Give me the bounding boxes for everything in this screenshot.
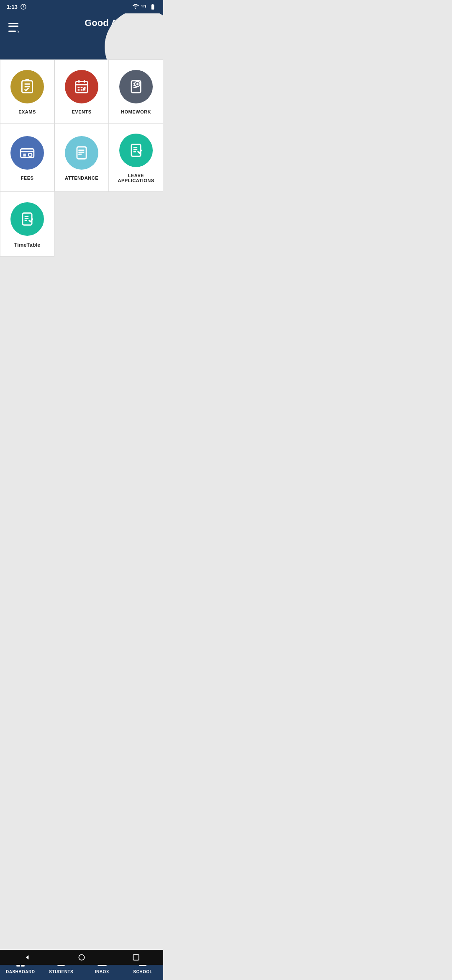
homework-icon	[128, 79, 144, 95]
greeting-name: xyz	[85, 28, 155, 39]
grid-item-events[interactable]: EVENTS	[54, 59, 109, 123]
exams-icon-circle	[10, 70, 44, 103]
attendance-icon-circle	[65, 136, 98, 170]
grid-item-attendance[interactable]: ATTENDANCE	[54, 123, 109, 192]
svg-point-28	[78, 150, 80, 151]
menu-button[interactable]: ›	[8, 23, 19, 34]
svg-rect-7	[78, 87, 80, 88]
grid-item-homework[interactable]: HOMEWORK	[109, 59, 163, 123]
leave-label: LEAVEAPPLICATIONS	[118, 173, 154, 183]
grid-item-timetable[interactable]: TimeTable	[0, 192, 54, 257]
grid-item-fees[interactable]: FEES	[0, 123, 54, 192]
svg-rect-23	[28, 154, 32, 156]
empty-cell-2	[109, 192, 163, 257]
leave-icon	[128, 142, 144, 158]
leave-icon-circle	[119, 134, 153, 167]
svg-rect-11	[81, 89, 83, 90]
homework-label: HOMEWORK	[121, 109, 151, 114]
fees-icon	[19, 145, 35, 161]
grid-item-exams[interactable]: EXAMS	[0, 59, 54, 123]
status-time: 1:13	[7, 3, 27, 10]
status-bar: 1:13	[0, 0, 163, 13]
signal-icon	[141, 3, 147, 10]
svg-rect-10	[78, 89, 80, 90]
events-label: EVENTS	[72, 109, 91, 114]
fees-label: FEES	[21, 175, 34, 181]
timetable-icon-circle	[10, 202, 44, 236]
svg-rect-31	[131, 144, 141, 157]
homework-icon-circle	[119, 70, 153, 103]
exams-label: EXAMS	[18, 109, 36, 114]
status-icons	[132, 3, 157, 10]
events-icon	[74, 79, 90, 95]
svg-point-29	[78, 152, 80, 153]
main-grid: EXAMS EVENTS	[0, 59, 163, 257]
svg-rect-9	[84, 87, 86, 88]
attendance-icon	[74, 145, 90, 161]
events-icon-circle	[65, 70, 98, 103]
svg-rect-35	[23, 213, 32, 225]
timetable-icon	[19, 211, 35, 227]
wifi-icon	[132, 3, 139, 10]
fees-icon-circle	[10, 136, 44, 170]
timetable-label: TimeTable	[14, 242, 40, 248]
attendance-label: ATTENDANCE	[65, 175, 98, 181]
svg-point-30	[78, 154, 80, 155]
svg-rect-8	[81, 87, 83, 88]
exams-icon	[19, 79, 35, 95]
svg-rect-24	[77, 147, 86, 159]
grid-item-leave[interactable]: LEAVEAPPLICATIONS	[109, 123, 163, 192]
battery-icon	[149, 3, 157, 10]
empty-cell-1	[54, 192, 109, 257]
nfc-icon	[20, 3, 27, 10]
greeting-text: Good Afternoon	[85, 18, 155, 28]
